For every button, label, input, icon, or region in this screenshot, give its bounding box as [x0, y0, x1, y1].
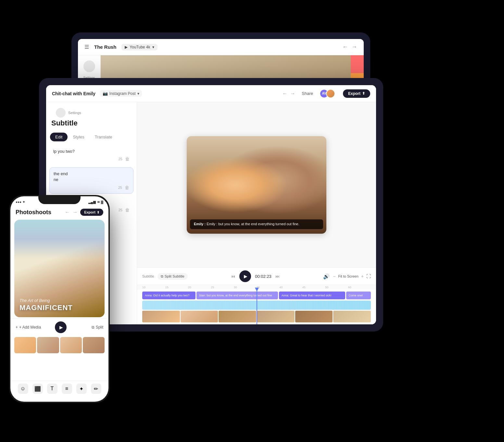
clip-3[interactable]: Anna: Great to hear that I worried sick! [279, 292, 345, 299]
tab-edit[interactable]: Edit [50, 133, 68, 141]
platform-selector[interactable]: 📷 Instagram Post ▾ [100, 90, 142, 97]
timeline-controls: Subtitle ⧉ Split Subtitle ⏮ ▶ 00:02:23 [137, 268, 376, 285]
back-icon[interactable]: ← [342, 44, 348, 50]
format-label: YouTube 4k [130, 45, 150, 49]
phone-export-button[interactable]: Export ⬆ [80, 209, 103, 216]
phone-title: Photoshoots [16, 209, 62, 216]
video-preview-area: Emily : Emily : but you know, at the end… [137, 102, 376, 267]
entry-1-meta: 25 🗑 [53, 156, 130, 162]
subtitle-text: Emily : but you know, at the end everyth… [207, 222, 299, 226]
tablet-main-header: Chit-chat with Emily 📷 Instagram Post ▾ … [46, 85, 376, 102]
phone-fwd-icon[interactable]: → [72, 209, 78, 215]
entry-2-meta: 25 🗑 [54, 185, 129, 190]
settings-label: Settings [68, 111, 81, 115]
zoom-out-button[interactable]: − [333, 274, 335, 279]
prev-button[interactable]: ⏮ [231, 274, 235, 279]
clip-2[interactable]: Stan: but you know, at the end everythin… [196, 292, 278, 299]
ruler-mark-10: 10 [142, 286, 165, 289]
phone: ●●● ✦ ▂▄▆ ≋ ▓ Photoshoots ← → Export ⬆ [9, 195, 110, 403]
tab-back-format[interactable]: ▶ YouTube 4k ▾ [121, 44, 157, 50]
instagram-icon: 📷 [103, 91, 108, 96]
phone-bottom-nav: ☺ ⬛ T ≡ ✦ ✏ [10, 381, 108, 402]
tab-back-nav: ← → [342, 44, 357, 50]
subtitle-entry-1[interactable]: lp you two? 25 🗑 [49, 145, 133, 165]
thumbnail-6 [333, 311, 371, 322]
phone-media-controls: + + Add Media ▶ ⧉ Split [10, 318, 108, 336]
phone-split-button[interactable]: ⧉ Split [92, 325, 103, 330]
status-time: ●●● ✦ [16, 200, 25, 204]
play-icon: ▶ [125, 45, 128, 49]
phone-thumbnail-3 [60, 337, 82, 353]
play-icon: ▶ [244, 274, 247, 279]
fwd-icon[interactable]: → [351, 44, 357, 50]
entry-3-num: 25 [119, 208, 122, 212]
ruler-mark-30: 30 [234, 286, 257, 289]
nav-icon-emoji[interactable]: ☺ [18, 384, 28, 394]
entry-2-text: the endne [54, 171, 129, 183]
wifi-icon: ≋ [97, 200, 100, 204]
entry-2-delete-icon[interactable]: 🗑 [125, 185, 129, 190]
zoom-in-button[interactable]: + [361, 274, 364, 279]
tab-styles[interactable]: Styles [68, 133, 89, 141]
battery-icon: ▓ [101, 200, 103, 204]
nav-icon-media[interactable]: ⬛ [32, 384, 43, 394]
volume-icon[interactable]: 🔊 [323, 273, 330, 280]
phone-video-subtitle: The Art of Being [19, 298, 99, 303]
tablet-back-header: ☰ The Rush ▶ YouTube 4k ▾ ← → [78, 39, 364, 55]
timeline-right-controls: − Fit to Screen + ⛶ [333, 274, 371, 279]
phone-thumbnail-4 [83, 337, 105, 353]
entry-3-delete-icon[interactable]: 🗑 [125, 207, 130, 213]
nav-icon-text[interactable]: T [47, 384, 57, 394]
export-label: Export [348, 91, 360, 96]
tab-translate[interactable]: Translate [90, 133, 118, 141]
settings-row: Settings [51, 107, 132, 119]
export-button[interactable]: Export ⬆ [343, 89, 370, 98]
tablet-back-title: The Rush [94, 44, 116, 50]
nav-icon-list[interactable]: ≡ [62, 384, 72, 394]
signal-icon: ▂▄▆ [88, 200, 96, 204]
chevron-down-icon: ▾ [152, 45, 154, 49]
nav-icon-edit[interactable]: ✏ [91, 384, 101, 394]
ruler-mark-25: 25 [211, 286, 233, 289]
share-label[interactable]: Share [302, 91, 313, 96]
ruler-mark-15: 15 [165, 286, 188, 289]
clip-4[interactable]: Come one! [346, 292, 371, 299]
ruler-mark-20: 20 [188, 286, 211, 289]
edit-tabs: Edit Styles Translate [46, 130, 137, 144]
next-button[interactable]: ⏭ [275, 274, 280, 279]
split-subtitle-button[interactable]: ⧉ Split Subtitle [158, 273, 188, 280]
hamburger-icon[interactable]: ☰ [84, 44, 89, 50]
thumbnail-2 [181, 311, 218, 322]
phone-screen: ●●● ✦ ▂▄▆ ≋ ▓ Photoshoots ← → Export ⬆ [10, 196, 108, 402]
phone-thumbnails [10, 336, 108, 355]
thumbnail-3 [219, 311, 256, 322]
playback-controls: ⏮ ▶ 00:02:23 ⏭ [231, 270, 280, 282]
timeline-ruler: 10 15 20 25 30 35 40 45 50 60 [137, 285, 376, 290]
clip-1[interactable]: Anna: Did it actually help you two? [142, 292, 195, 299]
nav-icon-effects[interactable]: ✦ [76, 384, 87, 394]
entry-1-delete-icon[interactable]: 🗑 [125, 156, 130, 162]
timeline-subtitle-label: Subtitle [142, 274, 154, 278]
settings-icon-circle [56, 108, 66, 118]
subtitle-panel-title: Subtitle [51, 119, 132, 127]
ruler-mark-40: 40 [279, 286, 302, 289]
fullscreen-button[interactable]: ⛶ [366, 274, 371, 279]
play-button[interactable]: ▶ [239, 270, 251, 282]
split-bracket-icon: ⧉ [92, 325, 94, 330]
header-back-icon[interactable]: ← [282, 91, 287, 97]
subtitle-entry-2[interactable]: the endne 25 🗑 [49, 167, 133, 193]
avatar-photo [326, 89, 335, 98]
add-media-button[interactable]: + + Add Media [16, 325, 41, 330]
phone-back-icon[interactable]: ← [65, 209, 70, 215]
fit-to-screen-label[interactable]: Fit to Screen [338, 274, 358, 278]
header-fwd-icon[interactable]: → [290, 91, 295, 97]
phone-nav: ← → Export ⬆ [65, 209, 103, 216]
phone-play-button[interactable]: ▶ [55, 321, 67, 333]
subtitle-clips-row: Anna: Did it actually help you two? Stan… [142, 292, 371, 299]
split-icon: ⧉ [161, 274, 163, 279]
platform-label: Instagram Post [109, 91, 136, 96]
scene: ☰ The Rush ▶ YouTube 4k ▾ ← → Settings [0, 0, 504, 442]
ruler-mark-45: 45 [302, 286, 325, 289]
video-thumbnails [142, 311, 371, 322]
timeline: Subtitle ⧉ Split Subtitle ⏮ ▶ 00:02:23 [137, 267, 376, 324]
